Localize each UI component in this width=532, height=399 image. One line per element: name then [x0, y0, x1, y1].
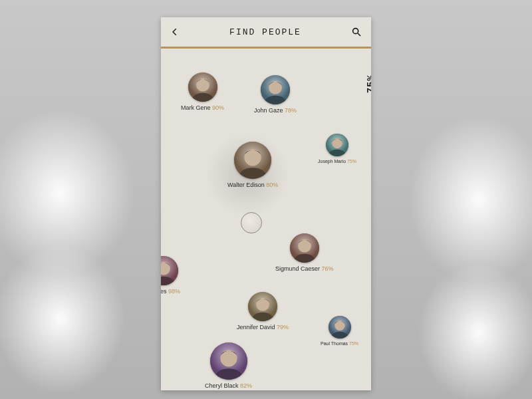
phone-frame: FIND PEOPLE 75% SHARED TASTE Mark Gene 9…	[161, 17, 371, 390]
person-name: Sigmund Caeser	[275, 265, 322, 272]
person-percent: 82%	[240, 382, 252, 389]
shared-taste-badge: 75% SHARED TASTE	[366, 63, 371, 104]
person-node[interactable]: Paul Thomas 75%	[321, 316, 358, 346]
svg-point-13	[332, 138, 342, 148]
svg-point-0	[353, 29, 358, 34]
person-node[interactable]: Walter Edison 80%	[227, 142, 278, 188]
person-node[interactable]: Sigmund Caeser 76%	[275, 233, 334, 272]
avatar[interactable]	[290, 233, 319, 263]
person-node[interactable]: Joseph Mario 75%	[318, 134, 356, 164]
person-percent: 76%	[322, 265, 334, 272]
person-name: Jennifer David	[237, 324, 277, 331]
avatar[interactable]	[188, 72, 217, 102]
search-icon[interactable]	[351, 27, 362, 37]
person-name: Walter Edison	[227, 182, 266, 188]
avatar[interactable]	[161, 256, 178, 285]
person-name: Holmes	[161, 288, 168, 295]
shared-taste-percent: 75%	[366, 63, 371, 104]
person-name: Paul Thomas	[321, 341, 349, 346]
person-percent: 79%	[277, 324, 289, 331]
person-percent: 75%	[349, 341, 358, 346]
person-label: Joseph Mario 75%	[318, 159, 356, 164]
person-name: John Gaze	[254, 107, 285, 114]
person-label: Holmes 98%	[161, 288, 180, 295]
person-percent: 78%	[285, 107, 297, 114]
header-bar: FIND PEOPLE	[161, 17, 371, 47]
page-title: FIND PEOPLE	[180, 27, 351, 37]
person-label: Sigmund Caeser 76%	[275, 265, 334, 272]
avatar[interactable]	[234, 142, 271, 179]
person-name: Mark Gene	[181, 104, 212, 111]
person-node[interactable]: Jennifer David 79%	[237, 292, 289, 331]
svg-line-1	[358, 33, 360, 36]
person-node[interactable]: Holmes 98%	[161, 256, 180, 295]
person-node[interactable]: Cheryl Black 82%	[205, 342, 252, 389]
svg-point-4	[196, 78, 209, 92]
svg-point-7	[269, 81, 282, 94]
person-label: Jennifer David 79%	[237, 324, 289, 331]
avatar[interactable]	[248, 292, 277, 321]
svg-point-10	[245, 149, 261, 166]
svg-point-22	[256, 298, 269, 311]
person-label: Paul Thomas 75%	[321, 341, 358, 346]
person-name: Cheryl Black	[205, 382, 240, 389]
person-percent: 80%	[266, 182, 278, 188]
person-percent: 75%	[347, 159, 356, 164]
person-label: John Gaze 78%	[254, 107, 297, 114]
avatar[interactable]	[326, 134, 348, 156]
person-percent: 98%	[168, 288, 180, 295]
svg-point-28	[220, 350, 237, 366]
person-node[interactable]: John Gaze 78%	[254, 75, 297, 114]
person-label: Mark Gene 90%	[181, 104, 224, 111]
person-label: Walter Edison 80%	[227, 182, 278, 188]
avatar[interactable]	[210, 342, 247, 380]
avatar[interactable]	[329, 316, 351, 338]
person-node[interactable]: Mark Gene 90%	[181, 72, 224, 111]
person-name: Joseph Mario	[318, 159, 347, 164]
person-label: Cheryl Black 82%	[205, 382, 252, 389]
svg-point-16	[298, 239, 311, 253]
avatar[interactable]	[261, 75, 290, 104]
svg-point-25	[334, 321, 344, 331]
people-canvas[interactable]: 75% SHARED TASTE Mark Gene 90% John Gaze…	[161, 49, 371, 390]
person-percent: 90%	[212, 104, 224, 111]
center-ring	[241, 212, 262, 233]
back-icon[interactable]	[170, 27, 180, 37]
